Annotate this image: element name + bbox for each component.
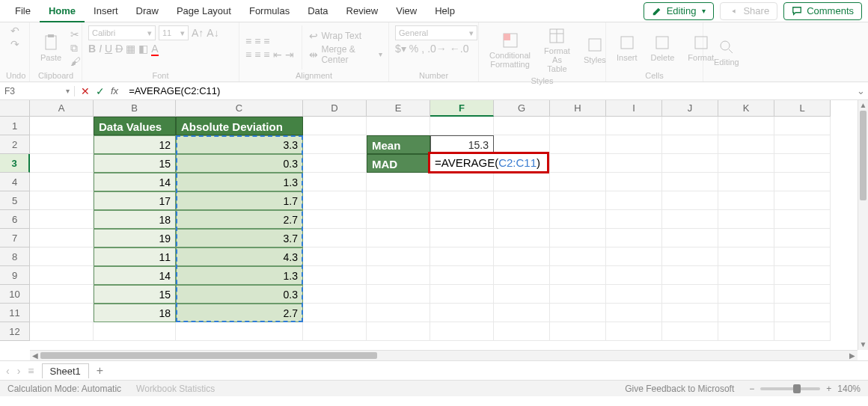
cell-E6[interactable] [367, 210, 430, 229]
add-sheet-icon[interactable]: + [97, 364, 103, 378]
fx-icon[interactable]: fx [111, 85, 118, 96]
cell-L2[interactable] [774, 135, 831, 154]
delete-cells-button[interactable]: Delete [647, 32, 679, 64]
align-mid-icon[interactable]: ≡ [254, 36, 260, 46]
row-header-5[interactable]: 5 [0, 191, 30, 210]
strike-icon[interactable]: D [115, 43, 123, 54]
cell-I2[interactable] [606, 135, 662, 154]
format-as-table-button[interactable]: Format As Table [540, 25, 575, 75]
cell-L12[interactable] [774, 322, 831, 341]
col-header-B[interactable]: B [94, 100, 176, 117]
align-top-icon[interactable]: ≡ [245, 36, 251, 46]
font-color-icon[interactable]: A [151, 43, 158, 54]
undo-icon[interactable]: ↶ [10, 25, 19, 36]
cell-E8[interactable] [367, 247, 430, 266]
cell-B10[interactable]: 15 [94, 285, 176, 304]
cell-I6[interactable] [606, 210, 662, 229]
increase-font-icon[interactable]: A↑ [192, 28, 204, 38]
scroll-left-icon[interactable]: ◀ [30, 351, 40, 360]
number-format-select[interactable]: General▾ [395, 25, 477, 40]
cell-L1[interactable] [774, 117, 831, 135]
cell-H12[interactable] [550, 322, 606, 341]
tab-draw[interactable]: Draw [127, 0, 168, 22]
col-header-C[interactable]: C [176, 100, 303, 117]
editing-mode-button[interactable]: Editing [644, 2, 715, 20]
zoom-control[interactable]: − + 140% [749, 384, 861, 394]
tab-formulas[interactable]: Formulas [240, 0, 299, 22]
cell-I7[interactable] [606, 229, 662, 247]
cell-I5[interactable] [606, 191, 662, 210]
font-size-select[interactable]: 11▾ [159, 25, 189, 40]
insert-cells-button[interactable]: Insert [612, 32, 642, 64]
cell-J1[interactable] [662, 117, 718, 135]
cell-E1[interactable] [367, 117, 430, 135]
cell-I11[interactable] [606, 304, 662, 322]
cell-K5[interactable] [718, 191, 774, 210]
cell-L4[interactable] [774, 173, 831, 191]
cut-icon[interactable]: ✂ [70, 29, 81, 40]
cell-B1[interactable]: Data Values [94, 117, 176, 135]
name-box[interactable]: F3 ▾ [0, 86, 75, 96]
font-name-select[interactable]: Calibri▾ [88, 25, 156, 40]
wrap-text-button[interactable]: ↩Wrap Text [309, 31, 382, 41]
cell-L6[interactable] [774, 210, 831, 229]
currency-icon[interactable]: $▾ [395, 43, 406, 54]
zoom-slider[interactable] [760, 387, 820, 390]
dec-decimal-icon[interactable]: ←.0 [450, 43, 469, 54]
cell-G5[interactable] [494, 191, 550, 210]
fill-color-icon[interactable]: ◧ [138, 43, 148, 54]
cell-H1[interactable] [550, 117, 606, 135]
cell-H5[interactable] [550, 191, 606, 210]
cell-D9[interactable] [303, 266, 367, 285]
cell-A12[interactable] [30, 322, 94, 341]
col-header-A[interactable]: A [30, 100, 94, 117]
cell-H9[interactable] [550, 266, 606, 285]
cell-J12[interactable] [662, 322, 718, 341]
cell-I1[interactable] [606, 117, 662, 135]
format-painter-icon[interactable]: 🖌 [70, 56, 81, 67]
cell-E2[interactable]: Mean [367, 135, 430, 154]
cell-D3[interactable] [303, 154, 367, 173]
cell-C12[interactable] [176, 322, 303, 341]
italic-icon[interactable]: I [99, 43, 102, 54]
col-header-I[interactable]: I [606, 100, 662, 117]
cell-K7[interactable] [718, 229, 774, 247]
cell-G11[interactable] [494, 304, 550, 322]
cell-D12[interactable] [303, 322, 367, 341]
cell-D6[interactable] [303, 210, 367, 229]
zoom-out-icon[interactable]: − [749, 384, 754, 394]
align-bot-icon[interactable]: ≡ [263, 36, 269, 46]
cell-L8[interactable] [774, 247, 831, 266]
border-icon[interactable]: ▦ [126, 43, 135, 54]
cell-K12[interactable] [718, 322, 774, 341]
align-right-icon[interactable]: ≡ [263, 49, 269, 60]
bold-icon[interactable]: B [88, 43, 96, 54]
cell-K9[interactable] [718, 266, 774, 285]
hscroll-thumb[interactable] [40, 352, 377, 359]
cell-K4[interactable] [718, 173, 774, 191]
cell-F6[interactable] [430, 210, 494, 229]
decrease-font-icon[interactable]: A↓ [207, 28, 218, 38]
cell-F5[interactable] [430, 191, 494, 210]
cell-G9[interactable] [494, 266, 550, 285]
cell-L3[interactable] [774, 154, 831, 173]
cell-D4[interactable] [303, 173, 367, 191]
cell-L10[interactable] [774, 285, 831, 304]
cell-G6[interactable] [494, 210, 550, 229]
cell-H11[interactable] [550, 304, 606, 322]
accept-formula-icon[interactable]: ✓ [96, 85, 105, 97]
cell-L7[interactable] [774, 229, 831, 247]
sheet-list-icon[interactable]: ≡ [28, 365, 34, 377]
cell-A6[interactable] [30, 210, 94, 229]
cell-F4[interactable] [430, 173, 494, 191]
formula-input[interactable]: =AVERAGE(C2:C11) [124, 85, 853, 96]
cell-H6[interactable] [550, 210, 606, 229]
cell-D10[interactable] [303, 285, 367, 304]
cell-B7[interactable]: 19 [94, 229, 176, 247]
cell-G10[interactable] [494, 285, 550, 304]
sheet-nav-prev-icon[interactable]: ‹ [6, 365, 10, 377]
indent-dec-icon[interactable]: ⇤ [273, 49, 282, 60]
percent-icon[interactable]: % [409, 43, 418, 54]
cell-A3[interactable] [30, 154, 94, 173]
cell-J10[interactable] [662, 285, 718, 304]
